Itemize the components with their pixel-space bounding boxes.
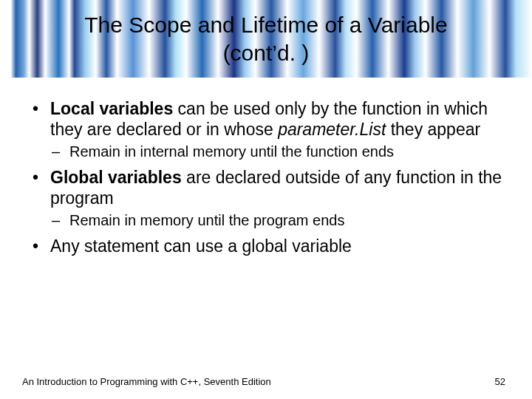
bold-term: Local variables [50, 99, 173, 118]
title-line-2: (cont’d. ) [223, 41, 310, 65]
bullet-text: Any statement can use a global variable [50, 236, 352, 256]
bullet-global-variables: Global variables are declared outside of… [30, 167, 502, 230]
sub-bullet: Remain in memory until the program ends [50, 211, 502, 230]
footer-citation: An Introduction to Programming with C++,… [22, 376, 271, 387]
slide-body: Local variables can be used only by the … [0, 78, 532, 256]
title-line-1: The Scope and Lifetime of a Variable [84, 13, 447, 37]
bold-term: Global variables [50, 168, 182, 187]
italic-term: parameter.List [278, 120, 386, 139]
slide-title: The Scope and Lifetime of a Variable (co… [55, 11, 477, 66]
slide-footer: An Introduction to Programming with C++,… [0, 376, 532, 387]
bullet-text-cont: they appear [386, 120, 480, 139]
sub-bullet: Remain in internal memory until the func… [50, 143, 502, 161]
slide: The Scope and Lifetime of a Variable (co… [0, 0, 532, 399]
bullet-any-statement: Any statement can use a global variable [30, 236, 502, 256]
bullet-local-variables: Local variables can be used only by the … [30, 98, 502, 161]
page-number: 52 [495, 376, 505, 387]
title-band: The Scope and Lifetime of a Variable (co… [0, 0, 532, 78]
